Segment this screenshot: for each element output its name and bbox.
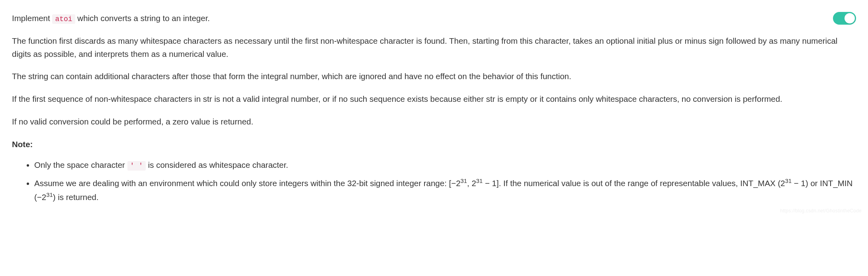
problem-description: Implement atoi which converts a string t…	[12, 12, 856, 204]
superscript: 31	[785, 178, 792, 185]
paragraph-4: If the first sequence of non-whitespace …	[12, 93, 856, 106]
superscript: 31	[46, 192, 53, 198]
note-list: Only the space character ' ' is consider…	[12, 158, 856, 205]
paragraph-3: The string can contain additional charac…	[12, 70, 856, 83]
code-atoi: atoi	[52, 14, 75, 24]
text: , 2	[467, 179, 476, 188]
note-heading: Note:	[12, 138, 856, 151]
text: is considered as whitespace character.	[146, 160, 288, 169]
watermark: https://blog.csdn.net/GhostintheCode	[780, 207, 862, 215]
superscript: 31	[461, 178, 467, 185]
list-item: Assume we are dealing with an environmen…	[34, 177, 856, 204]
text: Implement	[12, 14, 52, 23]
code-space: ' '	[127, 161, 146, 171]
list-item: Only the space character ' ' is consider…	[34, 158, 856, 172]
text: − 1]. If the numerical value is out of t…	[483, 179, 785, 188]
toggle-knob	[845, 13, 855, 23]
text: which converts a string to an integer.	[75, 14, 210, 23]
text: ) is returned.	[53, 192, 99, 202]
paragraph-5: If no valid conversion could be performe…	[12, 115, 856, 128]
toggle-switch[interactable]	[833, 12, 856, 25]
text: Assume we are dealing with an environmen…	[34, 179, 461, 188]
text: Only the space character	[34, 160, 127, 169]
paragraph-intro: Implement atoi which converts a string t…	[12, 12, 856, 25]
paragraph-2: The function first discards as many whit…	[12, 35, 856, 61]
superscript: 31	[476, 178, 483, 185]
